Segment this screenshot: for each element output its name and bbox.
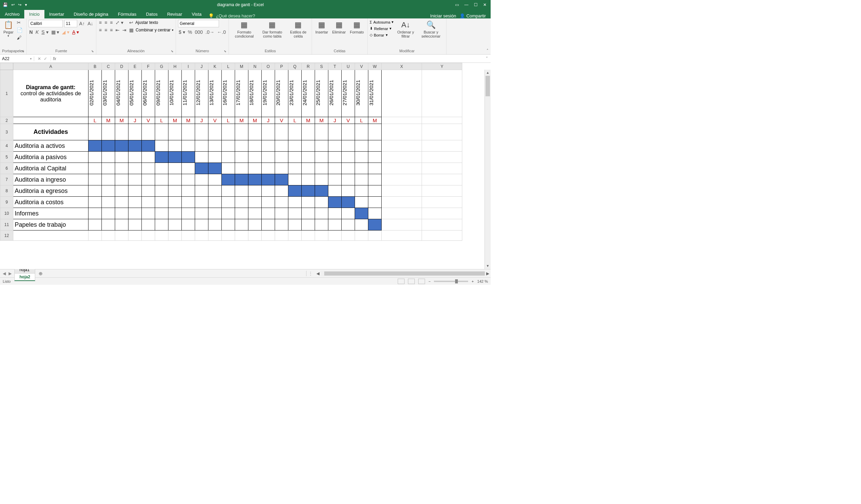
gantt-cell[interactable] [342,140,355,152]
gantt-cell[interactable] [235,185,248,197]
scroll-up-icon[interactable]: ▲ [485,70,491,76]
gantt-cell[interactable] [262,197,275,208]
gantt-cell[interactable] [195,152,208,163]
format-cells-button[interactable]: ▦Formato [348,20,365,35]
sort-filter-button[interactable]: A↓Ordenar y filtrar [395,20,416,39]
date-cell[interactable]: 05/01/2021 [128,70,142,117]
copy-icon[interactable]: 📄 [16,27,23,33]
gantt-cell[interactable] [142,152,155,163]
gantt-cell[interactable] [302,152,315,163]
gantt-cell[interactable] [275,140,288,152]
font-size-combo[interactable] [64,20,77,27]
align-top-icon[interactable]: ≡ [98,20,102,25]
gantt-cell[interactable] [155,219,168,230]
gantt-cell[interactable] [355,185,368,197]
scroll-down-icon[interactable]: ▼ [485,263,491,269]
view-page-break-icon[interactable] [418,279,425,284]
activity-name-cell[interactable]: Auditoria al Capital [13,163,88,174]
add-sheet-button[interactable]: ⊕ [35,271,46,276]
gantt-cell[interactable] [302,163,315,174]
gantt-cell[interactable] [315,197,328,208]
gantt-cell[interactable] [302,140,315,152]
gantt-cell[interactable] [288,197,302,208]
decrease-font-icon[interactable]: A↓ [87,21,94,26]
percent-icon[interactable]: % [187,29,193,35]
gantt-cell[interactable] [115,140,128,152]
column-header[interactable]: J [195,63,208,70]
gantt-cell[interactable] [128,174,142,185]
gantt-cell[interactable] [328,185,342,197]
row-header[interactable]: 5 [0,152,13,163]
gantt-cell[interactable] [222,208,235,219]
gantt-cell[interactable] [208,197,222,208]
gantt-cell[interactable] [208,163,222,174]
gantt-cell[interactable] [88,197,102,208]
day-cell[interactable]: M [302,117,315,124]
gantt-cell[interactable] [235,152,248,163]
gantt-cell[interactable] [248,174,262,185]
dialog-launcher-icon[interactable]: ⬊ [224,50,227,53]
fx-icon[interactable]: fx [51,56,58,61]
gantt-cell[interactable] [155,197,168,208]
tab-vista[interactable]: Vista [187,10,206,18]
gantt-cell[interactable] [115,174,128,185]
gantt-cell[interactable] [155,152,168,163]
date-cell[interactable]: 20/01/2021 [275,70,288,117]
gantt-cell[interactable] [235,174,248,185]
gantt-cell[interactable] [275,197,288,208]
gantt-cell[interactable] [208,152,222,163]
gantt-cell[interactable] [88,163,102,174]
date-cell[interactable]: 11/01/2021 [182,70,195,117]
gantt-cell[interactable] [168,140,182,152]
tell-me-search[interactable]: 💡 ¿Qué desea hacer? [208,13,255,18]
tab-datos[interactable]: Datos [141,10,162,18]
gantt-cell[interactable] [128,163,142,174]
activities-header-cell[interactable]: Actividades [13,124,88,140]
day-cell[interactable]: M [315,117,328,124]
save-icon[interactable]: 💾 [3,2,8,7]
column-header[interactable]: W [368,63,382,70]
view-normal-icon[interactable] [398,279,405,284]
gantt-cell[interactable] [102,163,115,174]
gantt-cell[interactable] [208,174,222,185]
redo-icon[interactable]: ↪ [18,2,22,7]
gantt-cell[interactable] [102,197,115,208]
gantt-cell[interactable] [342,208,355,219]
row-header[interactable]: 3 [0,124,13,140]
select-all-cell[interactable] [0,63,13,70]
column-header[interactable]: F [142,63,155,70]
gantt-cell[interactable] [262,185,275,197]
gantt-cell[interactable] [315,163,328,174]
gantt-cell[interactable] [355,219,368,230]
row-header[interactable]: 9 [0,197,13,208]
align-middle-icon[interactable]: ≡ [104,20,108,25]
gantt-cell[interactable] [275,185,288,197]
insert-cells-button[interactable]: ▦Insertar [314,20,329,35]
gantt-cell[interactable] [182,208,195,219]
gantt-cell[interactable] [222,152,235,163]
date-cell[interactable]: 16/01/2021 [222,70,235,117]
column-header[interactable]: R [302,63,315,70]
column-header[interactable]: A [13,63,88,70]
gantt-cell[interactable] [168,152,182,163]
column-header[interactable]: S [315,63,328,70]
date-cell[interactable]: 06/01/2021 [142,70,155,117]
gantt-cell[interactable] [155,140,168,152]
gantt-cell[interactable] [275,152,288,163]
day-cell[interactable]: M [235,117,248,124]
day-cell[interactable]: L [355,117,368,124]
day-cell[interactable]: L [155,117,168,124]
gantt-cell[interactable] [128,185,142,197]
gantt-cell[interactable] [88,208,102,219]
gantt-cell[interactable] [115,208,128,219]
gantt-cell[interactable] [195,185,208,197]
gantt-cell[interactable] [342,219,355,230]
column-header[interactable]: E [128,63,142,70]
gantt-cell[interactable] [88,219,102,230]
date-cell[interactable]: 24/01/2021 [302,70,315,117]
gantt-cell[interactable] [355,152,368,163]
dialog-launcher-icon[interactable]: ⬊ [22,50,24,53]
gantt-cell[interactable] [168,208,182,219]
merge-center-button[interactable]: ▦ Combinar y centrar ▾ [128,27,174,33]
day-cell[interactable]: J [262,117,275,124]
